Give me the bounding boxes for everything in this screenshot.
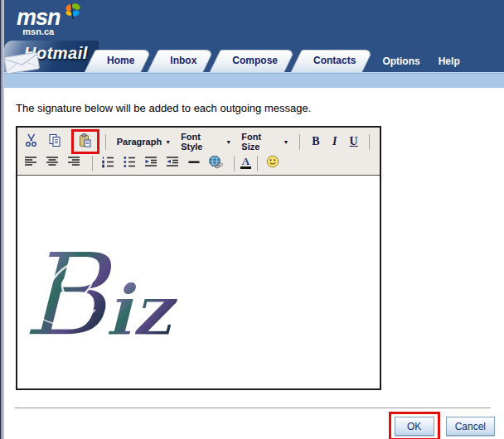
font-size-dropdown-label: Font Size — [241, 132, 279, 152]
insert-link-icon — [208, 155, 223, 172]
align-left-icon — [24, 156, 37, 171]
toolbar-row-2: A — [22, 153, 376, 173]
hotmail-banner: Hotmail Home Inbox Compose Contacts Opti… — [0, 46, 504, 72]
paragraph-dropdown-label: Paragraph — [117, 137, 162, 147]
tab-inbox[interactable]: Inbox — [153, 50, 209, 72]
horizontal-rule-icon — [187, 156, 201, 171]
header-links: Options Help — [382, 55, 477, 72]
paste-button[interactable] — [75, 133, 95, 151]
paste-icon — [78, 133, 92, 151]
bold-button[interactable]: B — [306, 135, 325, 148]
nav-tabs: Home Inbox Compose Contacts Options Help — [90, 50, 478, 72]
cut-button[interactable] — [22, 133, 41, 151]
toolbar-separator — [299, 134, 300, 150]
msn-logo-text: msn — [17, 7, 61, 28]
align-right-icon — [67, 156, 80, 171]
bullet-list-icon — [123, 156, 136, 171]
ok-button[interactable]: OK — [395, 417, 434, 436]
footer-divider — [15, 408, 491, 408]
tab-compose[interactable]: Compose — [215, 50, 290, 72]
align-left-button[interactable] — [22, 155, 40, 171]
toolbar-separator — [234, 156, 235, 171]
font-color-icon: A — [242, 157, 250, 166]
tab-home-label: Home — [90, 50, 147, 72]
align-center-icon — [46, 156, 59, 171]
indent-button[interactable] — [163, 155, 182, 171]
emoticon-icon — [266, 155, 279, 171]
insert-link-button[interactable] — [206, 155, 225, 171]
chevron-down-icon: ▼ — [165, 139, 171, 145]
signature-rest-letters: iz — [105, 269, 178, 351]
toolbar-separator — [92, 156, 93, 171]
ok-highlight-box: OK — [389, 412, 440, 439]
toolbar-separator — [105, 134, 106, 150]
copy-icon — [48, 133, 62, 151]
hotmail-brand: Hotmail — [4, 41, 99, 72]
sub-header-bar — [0, 72, 504, 88]
signature-edit-area[interactable]: B iz — [17, 176, 380, 388]
toolbar-separator — [369, 134, 370, 150]
underline-button[interactable]: U — [344, 135, 363, 148]
align-right-button[interactable] — [65, 155, 83, 171]
numbered-list-icon — [101, 156, 114, 171]
tab-inbox-label: Inbox — [153, 50, 209, 72]
link-help[interactable]: Help — [439, 55, 460, 67]
footer-buttons: OK Cancel — [0, 412, 504, 439]
paste-highlight-box — [71, 129, 99, 154]
bullet-list-button[interactable] — [120, 155, 138, 171]
italic-button[interactable]: I — [325, 135, 344, 148]
indent-icon — [166, 156, 179, 171]
outdent-icon — [144, 156, 158, 171]
intro-text: The signature below will be added to eac… — [16, 102, 504, 114]
envelope-icon — [2, 48, 43, 78]
font-color-button[interactable]: A — [240, 157, 251, 169]
horizontal-rule-button[interactable] — [185, 155, 203, 171]
font-color-swatch — [240, 166, 251, 169]
tab-contacts[interactable]: Contacts — [296, 50, 368, 72]
msn-logo[interactable]: msn msn.ca — [17, 7, 61, 36]
msn-region-text: msn.ca — [17, 27, 61, 36]
emoticon-button[interactable] — [264, 155, 282, 171]
align-center-button[interactable] — [43, 155, 61, 171]
main-content: The signature below will be added to eac… — [0, 88, 504, 390]
chevron-down-icon: ▼ — [225, 139, 231, 145]
chevron-down-icon: ▼ — [283, 139, 288, 145]
cut-icon — [24, 133, 38, 151]
font-style-dropdown-label: Font Style — [181, 132, 222, 152]
tab-compose-label: Compose — [215, 50, 290, 72]
numbered-list-button[interactable] — [99, 155, 117, 171]
copy-button[interactable] — [46, 133, 65, 151]
cancel-button[interactable]: Cancel — [446, 417, 495, 436]
hotmail-signature-page: msn msn.ca — [0, 0, 504, 439]
toolbar-row-1: Paragraph ▼ Font Style ▼ Font Size ▼ B I… — [22, 130, 376, 153]
tab-home[interactable]: Home — [90, 50, 147, 72]
font-style-dropdown[interactable]: Font Style ▼ — [181, 132, 231, 152]
signature-editor: Paragraph ▼ Font Style ▼ Font Size ▼ B I… — [16, 126, 381, 390]
signature-image[interactable]: B iz — [26, 239, 206, 356]
msn-header: msn msn.ca — [0, 0, 504, 46]
msn-butterfly-icon — [63, 2, 81, 25]
outdent-button[interactable] — [142, 155, 160, 171]
tab-contacts-label: Contacts — [296, 50, 368, 72]
window-left-edge — [0, 0, 4, 439]
font-size-dropdown[interactable]: Font Size ▼ — [241, 132, 288, 152]
paragraph-dropdown[interactable]: Paragraph ▼ — [117, 137, 171, 147]
toolbar-separator — [257, 156, 258, 171]
editor-toolbar: Paragraph ▼ Font Style ▼ Font Size ▼ B I… — [17, 128, 380, 176]
link-options[interactable]: Options — [382, 55, 419, 67]
